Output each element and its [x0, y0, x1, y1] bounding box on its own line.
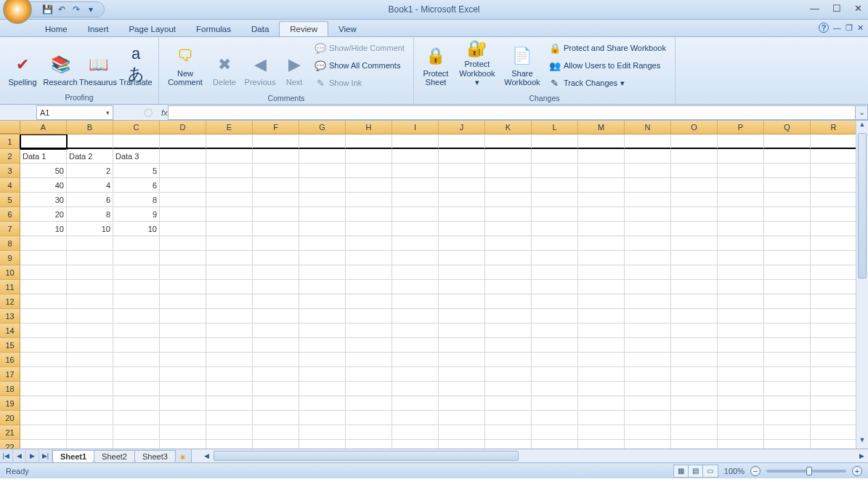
cell-P6[interactable]	[718, 207, 764, 222]
cell-O19[interactable]	[671, 396, 718, 411]
cell-E22[interactable]	[206, 440, 253, 449]
cell-I15[interactable]	[392, 338, 439, 353]
cell-I9[interactable]	[392, 251, 439, 265]
cell-F12[interactable]	[253, 294, 299, 309]
cell-E3[interactable]	[206, 164, 253, 178]
research-button[interactable]: 📚 Research	[42, 39, 78, 89]
cell-M16[interactable]	[578, 353, 625, 367]
cell-A9[interactable]	[20, 251, 67, 265]
cell-F9[interactable]	[253, 251, 299, 265]
cell-H15[interactable]	[346, 338, 392, 353]
cell-C9[interactable]	[113, 251, 160, 265]
row-header-22[interactable]: 22	[0, 440, 20, 449]
cell-R4[interactable]	[811, 178, 857, 193]
cell-J13[interactable]	[439, 309, 485, 324]
cell-E21[interactable]	[206, 425, 253, 440]
cell-P15[interactable]	[718, 338, 764, 353]
cell-K22[interactable]	[485, 440, 532, 449]
cell-Q2[interactable]	[764, 149, 811, 164]
cell-J10[interactable]	[439, 265, 485, 280]
cell-D6[interactable]	[160, 207, 206, 222]
cell-H18[interactable]	[346, 382, 392, 396]
cell-A20[interactable]	[20, 411, 67, 425]
cell-H16[interactable]	[346, 353, 392, 367]
cell-I20[interactable]	[392, 411, 439, 425]
cell-J2[interactable]	[439, 149, 485, 164]
cell-A15[interactable]	[20, 338, 67, 353]
cell-J7[interactable]	[439, 222, 485, 236]
col-header-I[interactable]: I	[392, 121, 439, 134]
cell-R11[interactable]	[811, 280, 857, 294]
cell-H21[interactable]	[346, 425, 392, 440]
cell-J4[interactable]	[439, 178, 485, 193]
cell-M7[interactable]	[578, 222, 625, 236]
cell-I1[interactable]	[392, 134, 439, 149]
cell-J20[interactable]	[439, 411, 485, 425]
cell-K21[interactable]	[485, 425, 532, 440]
cell-G15[interactable]	[299, 338, 346, 353]
allow-users-edit-ranges-button[interactable]: 👥 Allow Users to Edit Ranges	[548, 57, 668, 73]
cell-M13[interactable]	[578, 309, 625, 324]
cell-I5[interactable]	[392, 193, 439, 207]
cell-P12[interactable]	[718, 294, 764, 309]
cell-F7[interactable]	[253, 222, 299, 236]
cell-L18[interactable]	[532, 382, 578, 396]
cell-N21[interactable]	[625, 425, 671, 440]
horizontal-scroll-thumb[interactable]	[214, 451, 519, 461]
show-hide-comment-button[interactable]: 💬 Show/Hide Comment	[313, 40, 406, 56]
sheet-last-icon[interactable]: ▶|	[39, 449, 52, 462]
col-header-J[interactable]: J	[439, 121, 485, 134]
cell-P8[interactable]	[718, 236, 764, 251]
cell-O16[interactable]	[671, 353, 718, 367]
cell-F11[interactable]	[253, 280, 299, 294]
cell-L22[interactable]	[532, 440, 578, 449]
row-header-2[interactable]: 2	[0, 149, 20, 164]
cell-J11[interactable]	[439, 280, 485, 294]
cell-K5[interactable]	[485, 193, 532, 207]
row-header-14[interactable]: 14	[0, 324, 20, 338]
cell-Q18[interactable]	[764, 382, 811, 396]
sheet-tab-sheet2[interactable]: Sheet2	[94, 450, 135, 462]
row-header-17[interactable]: 17	[0, 367, 20, 382]
row-header-10[interactable]: 10	[0, 265, 20, 280]
protect-sheet-button[interactable]: 🔒 Protect Sheet	[418, 39, 453, 89]
cell-J21[interactable]	[439, 425, 485, 440]
cell-P21[interactable]	[718, 425, 764, 440]
cell-Q7[interactable]	[764, 222, 811, 236]
cell-O15[interactable]	[671, 338, 718, 353]
cell-C18[interactable]	[113, 382, 160, 396]
cell-H13[interactable]	[346, 309, 392, 324]
cell-A6[interactable]: 20	[20, 207, 67, 222]
sheet-tab-sheet1[interactable]: Sheet1	[52, 450, 94, 462]
cell-R10[interactable]	[811, 265, 857, 280]
col-header-H[interactable]: H	[346, 121, 392, 134]
page-layout-view-icon[interactable]: ▤	[689, 465, 703, 477]
cell-C3[interactable]: 5	[113, 164, 160, 178]
cell-H14[interactable]	[346, 324, 392, 338]
cell-B1[interactable]	[67, 134, 113, 149]
cell-F8[interactable]	[253, 236, 299, 251]
cell-G3[interactable]	[299, 164, 346, 178]
cell-I22[interactable]	[392, 440, 439, 449]
fx-label[interactable]: fx	[161, 108, 168, 117]
col-header-D[interactable]: D	[160, 121, 206, 134]
cell-O2[interactable]	[671, 149, 718, 164]
col-header-G[interactable]: G	[299, 121, 346, 134]
cell-F16[interactable]	[253, 353, 299, 367]
vertical-scrollbar[interactable]: ▲ ▼	[856, 121, 868, 449]
row-header-15[interactable]: 15	[0, 338, 20, 353]
cell-K9[interactable]	[485, 251, 532, 265]
cell-C13[interactable]	[113, 309, 160, 324]
cell-F2[interactable]	[253, 149, 299, 164]
cell-F19[interactable]	[253, 396, 299, 411]
cell-E15[interactable]	[206, 338, 253, 353]
cell-H11[interactable]	[346, 280, 392, 294]
cell-K18[interactable]	[485, 382, 532, 396]
cell-O11[interactable]	[671, 280, 718, 294]
tab-insert[interactable]: Insert	[78, 22, 119, 36]
cell-E14[interactable]	[206, 324, 253, 338]
cell-O20[interactable]	[671, 411, 718, 425]
cell-R7[interactable]	[811, 222, 857, 236]
cell-E10[interactable]	[206, 265, 253, 280]
row-header-5[interactable]: 5	[0, 193, 20, 207]
